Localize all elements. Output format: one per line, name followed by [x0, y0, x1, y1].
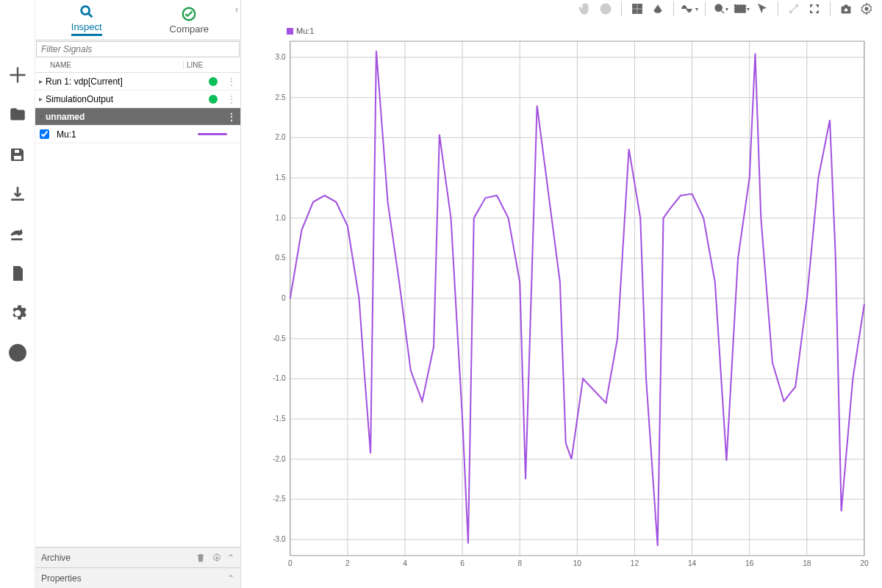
layout-grid-icon[interactable]	[628, 0, 647, 18]
svg-point-13	[865, 7, 869, 11]
more-icon[interactable]: ⋮	[222, 111, 240, 123]
svg-text:1.5: 1.5	[276, 173, 286, 182]
add-icon[interactable]	[7, 65, 28, 85]
signal-browser-panel: ‹ Inspect Compare NAME LINE ▸Run 1: vdp[…	[35, 0, 241, 588]
tree-row[interactable]: ▸SimulationOutput⋮	[35, 90, 240, 108]
expand-axes-icon[interactable]	[784, 0, 803, 18]
svg-text:1.0: 1.0	[276, 214, 286, 222]
svg-text:-2.0: -2.0	[273, 455, 286, 463]
properties-bar[interactable]: Properties ⌃	[35, 567, 240, 588]
svg-text:-0.5: -0.5	[273, 334, 286, 343]
archive-bar[interactable]: Archive ⌃	[35, 547, 240, 567]
snapshot-icon[interactable]	[836, 0, 856, 18]
trash-icon[interactable]	[195, 552, 207, 564]
svg-point-2	[81, 7, 89, 15]
clear-plot-icon[interactable]	[648, 0, 667, 18]
left-icon-strip	[0, 0, 35, 588]
svg-text:-2.5: -2.5	[273, 495, 286, 503]
svg-text:14: 14	[688, 559, 697, 567]
svg-point-4	[215, 556, 218, 559]
svg-rect-6	[632, 4, 637, 8]
signal-table-header: NAME LINE	[35, 58, 240, 73]
export-icon[interactable]	[7, 223, 28, 244]
tab-compare-label: Compare	[170, 24, 209, 35]
svg-text:16: 16	[745, 559, 754, 567]
line-chart[interactable]: -3.0-2.5-2.0-1.5-1.0-0.500.51.01.52.02.5…	[256, 37, 869, 575]
signal-checkbox[interactable]	[40, 129, 49, 139]
more-icon[interactable]: ⋮	[222, 93, 240, 105]
signal-tree: ▸Run 1: vdp[Current]⋮▸SimulationOutput⋮▾…	[35, 73, 240, 143]
svg-text:-1.0: -1.0	[273, 374, 286, 382]
svg-text:4: 4	[403, 559, 407, 567]
svg-rect-7	[638, 4, 642, 8]
svg-text:2.0: 2.0	[276, 133, 286, 141]
properties-label: Properties	[41, 573, 82, 584]
svg-text:-1.5: -1.5	[273, 415, 286, 423]
svg-text:6: 6	[460, 559, 465, 567]
svg-text:12: 12	[631, 559, 639, 567]
svg-text:3.0: 3.0	[276, 53, 286, 61]
chevron-up-icon[interactable]: ⌃	[227, 553, 234, 563]
archive-label: Archive	[41, 553, 71, 563]
svg-point-1	[17, 356, 18, 358]
svg-text:20: 20	[860, 559, 869, 567]
tree-row[interactable]: ▾unnamed⋮	[35, 108, 240, 126]
chart-legend: Mu:1	[287, 26, 869, 35]
tab-inspect-label: Inspect	[71, 21, 102, 36]
legend-swatch	[287, 28, 293, 35]
fullscreen-icon[interactable]	[805, 0, 824, 18]
svg-text:0: 0	[282, 294, 286, 302]
more-icon[interactable]: ⋮	[222, 76, 240, 87]
tab-inspect[interactable]: Inspect	[35, 0, 138, 40]
svg-point-12	[844, 8, 847, 12]
svg-text:0.5: 0.5	[276, 254, 286, 262]
svg-text:-3.0: -3.0	[273, 535, 286, 543]
preferences-icon[interactable]	[857, 0, 876, 18]
help-icon[interactable]	[7, 343, 28, 363]
tree-row[interactable]: ▸Run 1: vdp[Current]⋮	[35, 73, 240, 90]
tree-row[interactable]: Mu:1	[35, 126, 240, 143]
column-name-header: NAME	[35, 61, 183, 69]
filter-signals-field[interactable]	[36, 41, 240, 57]
chevron-up-icon[interactable]: ⌃	[227, 573, 234, 584]
svg-text:10: 10	[573, 559, 582, 567]
zoom-icon[interactable]: ▾	[711, 0, 731, 18]
filter-signals-input[interactable]	[37, 42, 239, 57]
settings-icon[interactable]	[7, 303, 28, 323]
svg-text:18: 18	[803, 559, 811, 567]
folder-icon[interactable]	[7, 104, 28, 125]
svg-rect-8	[632, 10, 637, 14]
signal-line-icon[interactable]: ▾	[680, 0, 699, 18]
svg-text:2: 2	[345, 559, 350, 567]
pan-hand-icon[interactable]	[576, 0, 595, 18]
save-icon[interactable]	[7, 144, 28, 165]
fit-view-icon[interactable]: ▾	[732, 0, 751, 18]
legend-label: Mu:1	[296, 26, 314, 35]
column-line-header: LINE	[183, 61, 240, 69]
cursor-icon[interactable]	[753, 0, 772, 18]
chart-toolbar: ▾ ▾ ▾	[241, 0, 882, 18]
replay-icon[interactable]	[596, 0, 615, 18]
collapse-sidebar-icon[interactable]: ‹	[232, 3, 241, 16]
svg-text:8: 8	[517, 559, 522, 567]
tab-compare[interactable]: Compare	[138, 0, 241, 40]
report-icon[interactable]	[7, 263, 28, 284]
chart-area: ▾ ▾ ▾ Mu:1 -3.0-2.5-2.0-1.5-1.0-0.500.51…	[241, 0, 882, 588]
svg-rect-11	[735, 5, 746, 13]
svg-rect-9	[638, 10, 642, 14]
gear-icon[interactable]	[211, 552, 223, 564]
svg-text:0: 0	[288, 559, 293, 567]
import-icon[interactable]	[7, 184, 28, 204]
svg-point-10	[715, 4, 722, 11]
svg-text:2.5: 2.5	[276, 93, 286, 101]
